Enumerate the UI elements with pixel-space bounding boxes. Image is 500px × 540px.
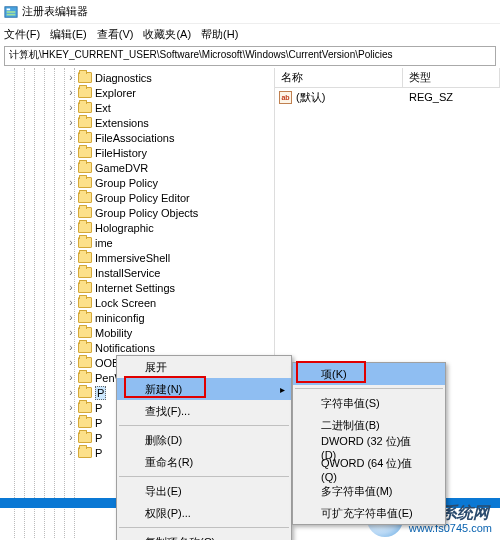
expand-icon[interactable]: › bbox=[66, 178, 76, 188]
list-header: 名称 类型 bbox=[275, 68, 500, 88]
ctx-copy-key-name[interactable]: 复制项名称(C) bbox=[117, 531, 291, 540]
tree-label: Group Policy Objects bbox=[95, 207, 198, 219]
tree-item[interactable]: ›Group Policy bbox=[0, 175, 274, 190]
tree-item[interactable]: ›miniconfig bbox=[0, 310, 274, 325]
tree-item[interactable]: ›Holographic bbox=[0, 220, 274, 235]
expand-icon[interactable]: › bbox=[66, 328, 76, 338]
expand-icon[interactable]: › bbox=[66, 118, 76, 128]
tree-item[interactable]: ›ime bbox=[0, 235, 274, 250]
tree-label: Mobility bbox=[95, 327, 132, 339]
expand-icon[interactable]: › bbox=[66, 268, 76, 278]
new-key[interactable]: 项(K) bbox=[293, 363, 445, 385]
context-menu: 展开 新建(N) 查找(F)... 删除(D) 重命名(R) 导出(E) 权限(… bbox=[116, 355, 292, 540]
expand-icon[interactable]: › bbox=[66, 148, 76, 158]
tree-item[interactable]: ›Group Policy Objects bbox=[0, 205, 274, 220]
menu-help[interactable]: 帮助(H) bbox=[201, 27, 238, 42]
tree-item[interactable]: ›Extensions bbox=[0, 115, 274, 130]
expand-icon[interactable]: › bbox=[66, 253, 76, 263]
window-title: 注册表编辑器 bbox=[22, 4, 88, 19]
folder-icon bbox=[78, 252, 92, 263]
ctx-find[interactable]: 查找(F)... bbox=[117, 400, 291, 422]
expand-icon[interactable]: › bbox=[66, 223, 76, 233]
menu-file[interactable]: 文件(F) bbox=[4, 27, 40, 42]
expand-icon[interactable]: › bbox=[66, 418, 76, 428]
menu-favorites[interactable]: 收藏夹(A) bbox=[143, 27, 191, 42]
tree-label: GameDVR bbox=[95, 162, 148, 174]
folder-icon bbox=[78, 177, 92, 188]
new-multistring[interactable]: 多字符串值(M) bbox=[293, 480, 445, 502]
folder-icon bbox=[78, 207, 92, 218]
expand-icon[interactable]: › bbox=[66, 193, 76, 203]
separator bbox=[119, 476, 289, 477]
expand-icon[interactable]: › bbox=[66, 373, 76, 383]
tree-label: Group Policy Editor bbox=[95, 192, 190, 204]
expand-icon[interactable]: › bbox=[66, 73, 76, 83]
new-string[interactable]: 字符串值(S) bbox=[293, 392, 445, 414]
expand-icon[interactable]: › bbox=[66, 313, 76, 323]
tree-label: FileHistory bbox=[95, 147, 147, 159]
expand-icon[interactable]: › bbox=[66, 133, 76, 143]
new-qword[interactable]: QWORD (64 位)值(Q) bbox=[293, 458, 445, 480]
folder-icon bbox=[78, 282, 92, 293]
tree-label: Group Policy bbox=[95, 177, 158, 189]
separator bbox=[119, 425, 289, 426]
expand-icon[interactable]: › bbox=[66, 358, 76, 368]
col-type[interactable]: 类型 bbox=[403, 68, 500, 87]
ctx-new[interactable]: 新建(N) bbox=[117, 378, 291, 400]
tree-label: P bbox=[95, 447, 102, 459]
ctx-permissions[interactable]: 权限(P)... bbox=[117, 502, 291, 524]
tree-label: P bbox=[95, 386, 106, 400]
expand-icon[interactable]: › bbox=[66, 343, 76, 353]
tree-item[interactable]: ›FileAssociations bbox=[0, 130, 274, 145]
tree-label: Extensions bbox=[95, 117, 149, 129]
list-row[interactable]: ab (默认) REG_SZ bbox=[275, 88, 500, 106]
tree-item[interactable]: ›GameDVR bbox=[0, 160, 274, 175]
string-value-icon: ab bbox=[279, 91, 292, 104]
address-bar[interactable]: 计算机\HKEY_CURRENT_USER\Software\Microsoft… bbox=[4, 46, 496, 66]
tree-item[interactable]: ›Internet Settings bbox=[0, 280, 274, 295]
tree-item[interactable]: ›Explorer bbox=[0, 85, 274, 100]
menu-view[interactable]: 查看(V) bbox=[97, 27, 134, 42]
expand-icon[interactable]: › bbox=[66, 403, 76, 413]
tree-item[interactable]: ›Notifications bbox=[0, 340, 274, 355]
tree-item[interactable]: ›Ext bbox=[0, 100, 274, 115]
tree-label: Diagnostics bbox=[95, 72, 152, 84]
tree-label: ImmersiveShell bbox=[95, 252, 170, 264]
col-name[interactable]: 名称 bbox=[275, 68, 403, 87]
tree-item[interactable]: ›Lock Screen bbox=[0, 295, 274, 310]
expand-icon[interactable]: › bbox=[66, 88, 76, 98]
folder-icon bbox=[78, 132, 92, 143]
ctx-expand[interactable]: 展开 bbox=[117, 356, 291, 378]
expand-icon[interactable]: › bbox=[66, 433, 76, 443]
folder-icon bbox=[78, 417, 92, 428]
expand-icon[interactable]: › bbox=[66, 208, 76, 218]
ctx-delete[interactable]: 删除(D) bbox=[117, 429, 291, 451]
ctx-rename[interactable]: 重命名(R) bbox=[117, 451, 291, 473]
expand-icon[interactable]: › bbox=[66, 388, 76, 398]
expand-icon[interactable]: › bbox=[66, 103, 76, 113]
tree-item[interactable]: ›Mobility bbox=[0, 325, 274, 340]
expand-icon[interactable]: › bbox=[66, 283, 76, 293]
tree-item[interactable]: ›InstallService bbox=[0, 265, 274, 280]
tree-item[interactable]: ›Diagnostics bbox=[0, 70, 274, 85]
tree-label: Holographic bbox=[95, 222, 154, 234]
menu-edit[interactable]: 编辑(E) bbox=[50, 27, 87, 42]
tree-label: ime bbox=[95, 237, 113, 249]
folder-icon bbox=[78, 72, 92, 83]
new-expandstring[interactable]: 可扩充字符串值(E) bbox=[293, 502, 445, 524]
folder-icon bbox=[78, 147, 92, 158]
expand-icon[interactable]: › bbox=[66, 298, 76, 308]
expand-icon[interactable]: › bbox=[66, 238, 76, 248]
tree-item[interactable]: ›FileHistory bbox=[0, 145, 274, 160]
ctx-export[interactable]: 导出(E) bbox=[117, 480, 291, 502]
tree-item[interactable]: ›ImmersiveShell bbox=[0, 250, 274, 265]
folder-icon bbox=[78, 267, 92, 278]
folder-icon bbox=[78, 162, 92, 173]
expand-icon[interactable]: › bbox=[66, 448, 76, 458]
tree-item[interactable]: ›Group Policy Editor bbox=[0, 190, 274, 205]
tree-label: P bbox=[95, 402, 102, 414]
separator bbox=[119, 527, 289, 528]
tree-label: InstallService bbox=[95, 267, 160, 279]
folder-icon bbox=[78, 312, 92, 323]
expand-icon[interactable]: › bbox=[66, 163, 76, 173]
